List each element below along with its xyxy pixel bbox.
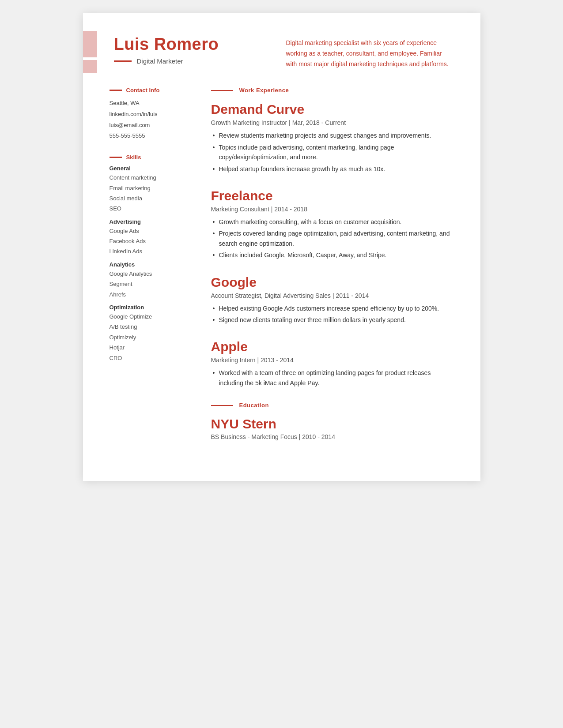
- job-bullet-0-0: Review students marketing projects and s…: [211, 131, 454, 140]
- job-bullets-2: Helped existing Google Ads customers inc…: [211, 304, 454, 325]
- skill-category-2: Analytics: [110, 261, 193, 268]
- job-meta-0: Growth Marketing Instructor | Mar, 2018 …: [211, 119, 454, 126]
- skill-category-1: Advertising: [110, 218, 193, 225]
- job-3: AppleMarketing Intern | 2013 - 2014Worke…: [211, 339, 454, 388]
- job-meta-2: Account Strategist, Digital Advertising …: [211, 292, 454, 299]
- edu-section-title: Education: [239, 402, 269, 409]
- jobs-container: Demand CurveGrowth Marketing Instructor …: [211, 101, 454, 388]
- job-1: FreelanceMarketing Consultant | 2014 - 2…: [211, 188, 454, 260]
- resume-header: Luis Romero Digital Marketer Digital mar…: [110, 35, 454, 69]
- edu-dash: [211, 405, 233, 406]
- contact-location: Seattle, WA: [110, 98, 193, 109]
- job-bullet-2-1: Signed new clients totaling over three m…: [211, 315, 454, 325]
- header-left: Luis Romero Digital Marketer: [114, 35, 219, 65]
- skill-item-3-0: Google Optimize: [110, 311, 193, 322]
- skill-item-0-2: Social media: [110, 193, 193, 203]
- contact-email: luis@email.com: [110, 120, 193, 131]
- skills-dash: [110, 157, 122, 158]
- work-dash: [211, 90, 233, 91]
- job-bullets-1: Growth marketing consulting, with a focu…: [211, 217, 454, 260]
- decorative-blocks: [83, 31, 97, 73]
- contact-linkedin: linkedin.com/in/luis: [110, 109, 193, 120]
- deco-block-bottom: [83, 60, 97, 73]
- main-layout: Contact Info Seattle, WA linkedin.com/in…: [110, 87, 454, 454]
- header-summary: Digital marketing specialist with six ye…: [286, 38, 454, 69]
- skill-item-3-4: CRO: [110, 353, 193, 363]
- contact-section: Contact Info Seattle, WA linkedin.com/in…: [110, 87, 193, 142]
- skill-item-1-1: Facebook Ads: [110, 236, 193, 246]
- skill-item-2-1: Segment: [110, 279, 193, 289]
- skill-item-0-1: Email marketing: [110, 183, 193, 193]
- title-dash: [114, 60, 132, 62]
- skills-section-title: Skills: [126, 154, 141, 161]
- skill-item-1-2: LinkedIn Ads: [110, 246, 193, 256]
- job-bullet-1-1: Projects covered landing page optimizati…: [211, 229, 454, 248]
- title-line: Digital Marketer: [114, 57, 219, 65]
- skills-groups: GeneralContent marketingEmail marketingS…: [110, 165, 193, 363]
- job-meta-1: Marketing Consultant | 2014 - 2018: [211, 206, 454, 213]
- resume-container: Luis Romero Digital Marketer Digital mar…: [83, 13, 480, 481]
- job-bullet-2-0: Helped existing Google Ads customers inc…: [211, 304, 454, 313]
- skill-item-2-0: Google Analytics: [110, 269, 193, 279]
- job-bullet-1-2: Clients included Google, Microsoft, Casp…: [211, 250, 454, 260]
- job-meta-3: Marketing Intern | 2013 - 2014: [211, 356, 454, 364]
- skills-section: Skills GeneralContent marketingEmail mar…: [110, 154, 193, 363]
- skill-item-1-0: Google Ads: [110, 226, 193, 236]
- skills-section-header: Skills: [110, 154, 193, 161]
- candidate-title: Digital Marketer: [137, 57, 183, 65]
- contact-phone: 555-555-5555: [110, 131, 193, 142]
- contact-dash: [110, 90, 122, 91]
- job-company-1: Freelance: [211, 188, 454, 204]
- work-experience-header: Work Experience: [211, 87, 454, 94]
- work-section-title: Work Experience: [239, 87, 289, 94]
- job-bullet-1-0: Growth marketing consulting, with a focu…: [211, 217, 454, 227]
- skill-item-2-2: Ahrefs: [110, 289, 193, 300]
- edu-meta: BS Business - Marketing Focus | 2010 - 2…: [211, 433, 454, 440]
- education-entry: NYU Stern BS Business - Marketing Focus …: [211, 417, 454, 440]
- job-bullet-0-1: Topics include paid advertising, content…: [211, 143, 454, 162]
- job-company-3: Apple: [211, 339, 454, 355]
- job-0: Demand CurveGrowth Marketing Instructor …: [211, 101, 454, 174]
- job-bullet-0-2: Helped startup founders increase growth …: [211, 164, 454, 174]
- deco-block-top: [83, 31, 97, 57]
- main-content: Work Experience Demand CurveGrowth Marke…: [211, 87, 454, 454]
- education-header: Education: [211, 402, 454, 409]
- job-bullets-0: Review students marketing projects and s…: [211, 131, 454, 174]
- skill-category-0: General: [110, 165, 193, 172]
- contact-section-header: Contact Info: [110, 87, 193, 94]
- skill-category-3: Optimization: [110, 304, 193, 311]
- job-bullet-3-0: Worked with a team of three on optimizin…: [211, 368, 454, 388]
- sidebar: Contact Info Seattle, WA linkedin.com/in…: [110, 87, 193, 454]
- job-bullets-3: Worked with a team of three on optimizin…: [211, 368, 454, 388]
- skill-item-3-2: Optimizely: [110, 332, 193, 342]
- job-2: GoogleAccount Strategist, Digital Advert…: [211, 274, 454, 325]
- job-company-0: Demand Curve: [211, 101, 454, 117]
- candidate-name: Luis Romero: [114, 35, 219, 54]
- skill-item-3-1: A/B testing: [110, 322, 193, 332]
- skill-item-0-0: Content marketing: [110, 173, 193, 183]
- job-company-2: Google: [211, 274, 454, 290]
- skill-item-0-3: SEO: [110, 203, 193, 214]
- edu-school: NYU Stern: [211, 417, 454, 432]
- skill-item-3-3: Hotjar: [110, 342, 193, 353]
- contact-section-title: Contact Info: [126, 87, 160, 94]
